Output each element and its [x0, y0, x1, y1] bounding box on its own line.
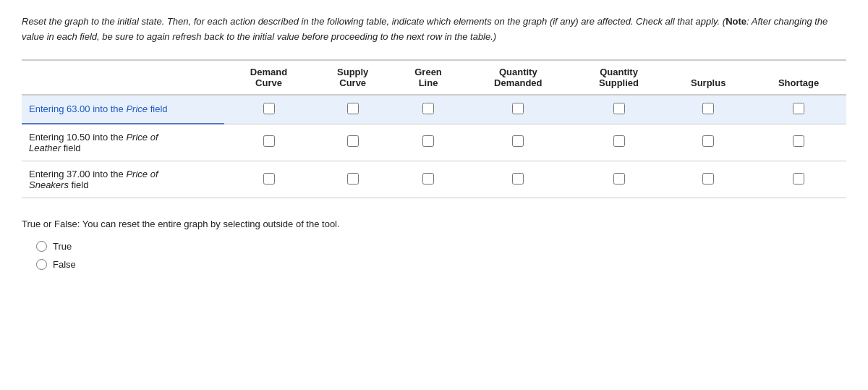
row-2-qty-demanded-cell [464, 124, 572, 161]
row-3-demand-curve-cell [224, 161, 313, 198]
true-false-question: True or False: You can reset the entire … [22, 219, 846, 229]
row-1-green-line-checkbox[interactable] [422, 103, 434, 114]
radio-false[interactable] [36, 259, 47, 270]
row-2-shortage-cell [751, 124, 846, 161]
col-header-action [22, 60, 224, 95]
row-3-demand-curve-checkbox[interactable] [263, 173, 275, 185]
row-1-qty-supplied-cell [572, 95, 665, 124]
row-3-surplus-cell [665, 161, 751, 198]
table-row: Entering 10.50 into the Price ofLeather … [22, 124, 846, 161]
col-header-supply-curve: Supply Curve [313, 60, 392, 95]
radio-true[interactable] [36, 241, 47, 252]
row-1-shortage-checkbox[interactable] [793, 103, 804, 114]
row-1-qty-demanded-checkbox[interactable] [512, 103, 524, 114]
row-3-shortage-cell [751, 161, 846, 198]
row-3-shortage-checkbox[interactable] [793, 173, 804, 185]
row-3-supply-curve-checkbox[interactable] [347, 173, 359, 185]
row-3-green-line-cell [392, 161, 464, 198]
actions-table: Demand Curve Supply Curve Green Line Qua… [22, 59, 846, 199]
row-1-shortage-cell [751, 95, 846, 124]
radio-option-false[interactable]: False [36, 259, 846, 270]
row-2-shortage-checkbox[interactable] [793, 135, 804, 147]
row-2-action-label: Entering 10.50 into the Price ofLeather … [22, 124, 224, 161]
row-3-action-label: Entering 37.00 into the Price ofSneakers… [22, 161, 224, 198]
row-2-qty-supplied-checkbox[interactable] [613, 135, 625, 147]
row-1-supply-curve-checkbox[interactable] [347, 103, 359, 114]
row-3-surplus-checkbox[interactable] [702, 173, 714, 185]
intro-paragraph: Reset the graph to the initial state. Th… [22, 14, 846, 45]
row-1-surplus-cell [665, 95, 751, 124]
col-header-shortage: Shortage [751, 60, 846, 95]
row-1-surplus-checkbox[interactable] [702, 103, 714, 114]
table-row: Entering 37.00 into the Price ofSneakers… [22, 161, 846, 198]
col-header-demand-curve: Demand Curve [224, 60, 313, 95]
row-2-qty-supplied-cell [572, 124, 665, 161]
row-1-demand-curve-checkbox[interactable] [263, 103, 275, 114]
row-2-surplus-cell [665, 124, 751, 161]
col-header-qty-demanded: Quantity Demanded [464, 60, 572, 95]
row-1-action-label: Entering 63.00 into the Price field [22, 95, 224, 124]
row-3-qty-demanded-cell [464, 161, 572, 198]
row-2-demand-curve-cell [224, 124, 313, 161]
row-3-qty-demanded-checkbox[interactable] [512, 173, 524, 185]
row-2-surplus-checkbox[interactable] [702, 135, 714, 147]
row-2-supply-curve-cell [313, 124, 392, 161]
row-2-green-line-cell [392, 124, 464, 161]
row-2-demand-curve-checkbox[interactable] [263, 135, 275, 147]
table-header-row: Demand Curve Supply Curve Green Line Qua… [22, 60, 846, 95]
table-row: Entering 63.00 into the Price field [22, 95, 846, 124]
col-header-qty-supplied: Quantity Supplied [572, 60, 665, 95]
col-header-green-line: Green Line [392, 60, 464, 95]
row-3-green-line-checkbox[interactable] [422, 173, 434, 185]
row-1-qty-demanded-cell [464, 95, 572, 124]
row-1-green-line-cell [392, 95, 464, 124]
row-3-qty-supplied-cell [572, 161, 665, 198]
row-3-supply-curve-cell [313, 161, 392, 198]
col-header-surplus: Surplus [665, 60, 751, 95]
true-false-section: True or False: You can reset the entire … [22, 219, 846, 270]
row-2-green-line-checkbox[interactable] [422, 135, 434, 147]
row-1-supply-curve-cell [313, 95, 392, 124]
row-3-qty-supplied-checkbox[interactable] [613, 173, 625, 185]
row-1-demand-curve-cell [224, 95, 313, 124]
row-2-supply-curve-checkbox[interactable] [347, 135, 359, 147]
row-2-qty-demanded-checkbox[interactable] [512, 135, 524, 147]
radio-option-true[interactable]: True [36, 241, 846, 252]
row-1-qty-supplied-checkbox[interactable] [613, 103, 625, 114]
